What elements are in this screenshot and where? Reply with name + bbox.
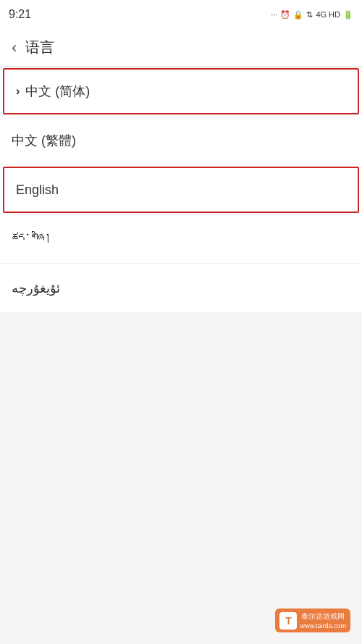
chevron-icon: › (16, 85, 20, 98)
status-icons: ··· ⏰ 🔒 ⇅ 4G HD 🔋 (271, 10, 353, 20)
lang-item-tibetan[interactable]: ཚད་གཞི། (0, 214, 362, 264)
data-icon: ⇅ (306, 10, 313, 20)
lang-item-en[interactable]: English (3, 167, 359, 213)
watermark-icon: T (279, 612, 297, 630)
toolbar: ‹ 语言 (0, 29, 362, 67)
signal-dots-icon: ··· (271, 10, 277, 19)
lang-label-zh-hans: 中文 (简体) (25, 83, 90, 100)
lang-label-uyghur: ئۇيغۇرچە (12, 280, 60, 296)
battery-icon: 🔋 (343, 10, 353, 20)
watermark: T 泰尔达游戏网 www.tairda.com (275, 609, 350, 632)
lang-item-zh-hant[interactable]: 中文 (繁體) (0, 116, 362, 165)
lang-item-zh-hans[interactable]: ›中文 (简体) (3, 68, 359, 114)
status-bar: 9:21 ··· ⏰ 🔒 ⇅ 4G HD 🔋 (0, 0, 362, 29)
status-time: 9:21 (9, 8, 31, 21)
language-list: ›中文 (简体)中文 (繁體)Englishཚད་གཞི།ئۇيغۇرچە (0, 68, 362, 313)
watermark-url: www.tairda.com (300, 622, 346, 630)
network-label: 4G HD (316, 10, 340, 19)
page-title: 语言 (25, 38, 54, 57)
empty-area (0, 313, 362, 644)
lang-label-en: English (16, 183, 59, 198)
lock-icon: 🔒 (293, 10, 303, 20)
watermark-site: 泰尔达游戏网 (300, 611, 346, 621)
lang-label-tibetan: ཚད་གཞི། (12, 231, 51, 246)
alarm-icon: ⏰ (280, 10, 290, 20)
lang-item-uyghur[interactable]: ئۇيغۇرچە (0, 264, 362, 313)
back-button[interactable]: ‹ (12, 40, 17, 56)
lang-label-zh-hant: 中文 (繁體) (12, 132, 76, 149)
